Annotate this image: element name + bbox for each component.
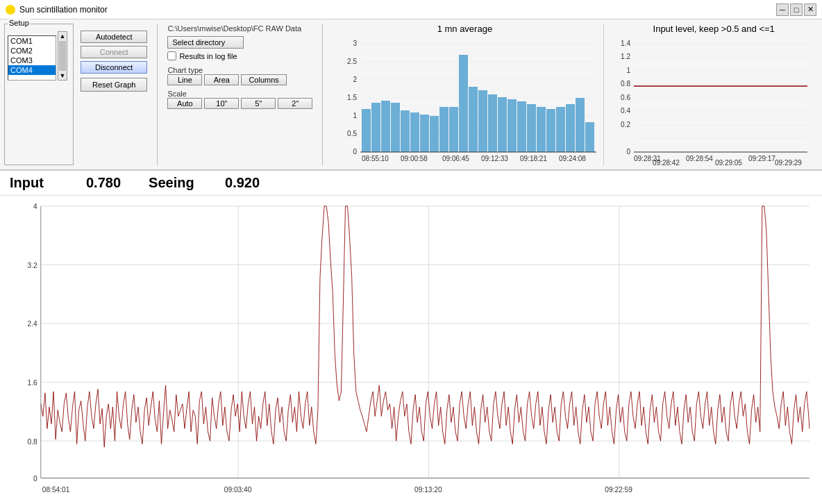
- svg-text:09:24:08: 09:24:08: [559, 155, 586, 162]
- scale-5-button[interactable]: 5": [241, 98, 276, 109]
- autodetect-button[interactable]: Autodetect: [81, 31, 147, 43]
- seeing-value: 0.920: [225, 175, 260, 191]
- svg-text:09:29:17: 09:29:17: [748, 155, 775, 162]
- chart-columns-button[interactable]: Columns: [241, 74, 286, 85]
- input-value: 0.780: [86, 175, 121, 191]
- svg-rect-36: [576, 98, 585, 152]
- svg-text:09:28:42: 09:28:42: [653, 159, 680, 165]
- svg-rect-16: [381, 101, 390, 152]
- connect-button[interactable]: Connect: [81, 46, 147, 58]
- scale-2-button[interactable]: 2": [278, 98, 312, 109]
- scale-10-button[interactable]: 10": [204, 98, 239, 109]
- svg-text:0: 0: [353, 148, 358, 156]
- svg-rect-24: [459, 55, 468, 152]
- svg-text:3.2: 3.2: [28, 260, 37, 269]
- chart-area-button[interactable]: Area: [204, 74, 239, 85]
- com2-item[interactable]: COM2: [8, 46, 56, 56]
- svg-rect-34: [556, 107, 565, 152]
- svg-text:09:18:21: 09:18:21: [520, 155, 547, 162]
- svg-rect-15: [371, 103, 380, 152]
- disconnect-button[interactable]: Disconnect: [81, 61, 147, 74]
- close-button[interactable]: ✕: [804, 3, 816, 16]
- svg-rect-23: [449, 107, 458, 152]
- svg-text:09:06:45: 09:06:45: [442, 155, 469, 162]
- svg-text:0.5: 0.5: [347, 130, 357, 137]
- com1-item[interactable]: COM1: [8, 36, 56, 46]
- com-buttons: Autodetect Connect Disconnect Reset Grap…: [81, 31, 147, 165]
- svg-text:09:12:33: 09:12:33: [481, 155, 508, 162]
- svg-text:09:13:20: 09:13:20: [414, 485, 442, 494]
- svg-text:09:03:40: 09:03:40: [224, 485, 252, 494]
- svg-rect-22: [439, 107, 448, 152]
- svg-rect-19: [410, 112, 419, 152]
- svg-text:08:55:10: 08:55:10: [362, 155, 389, 162]
- minimize-button[interactable]: ─: [776, 3, 789, 16]
- com-port-list[interactable]: COM1 COM2 COM3 COM4: [8, 35, 56, 81]
- list-scroll-up[interactable]: ▲: [58, 32, 67, 40]
- svg-rect-33: [546, 109, 555, 152]
- svg-text:09:28:54: 09:28:54: [686, 155, 713, 162]
- right-controls: C:\Users\mwise\Desktop\FC RAW Data Selec…: [167, 24, 312, 165]
- svg-text:09:00:58: 09:00:58: [401, 155, 428, 162]
- svg-rect-70: [6, 200, 816, 501]
- chart-type-buttons: Line Area Columns: [167, 74, 312, 85]
- setup-section: Setup COM1 COM2 COM3 COM4 ▲ ▼: [4, 24, 74, 165]
- svg-rect-14: [362, 109, 371, 152]
- svg-text:4: 4: [33, 202, 37, 211]
- svg-text:09:29:05: 09:29:05: [715, 159, 742, 165]
- svg-text:09:29:29: 09:29:29: [775, 159, 802, 165]
- svg-text:2.4: 2.4: [28, 319, 37, 328]
- svg-rect-26: [478, 90, 487, 152]
- main-chart-area: 4 3.2 2.4 1.6 0.8 0 08:54:01 09:03:40 09…: [0, 196, 822, 504]
- list-scroll-down[interactable]: ▼: [58, 72, 67, 80]
- log-file-checkbox[interactable]: [167, 51, 176, 60]
- main-chart-svg: 4 3.2 2.4 1.6 0.8 0 08:54:01 09:03:40 09…: [6, 200, 816, 501]
- com3-item[interactable]: COM3: [8, 56, 56, 65]
- window-controls: ─ □ ✕: [776, 3, 816, 16]
- chart-1mn-title: 1 mn average: [333, 24, 596, 34]
- title-bar: Sun scintillation monitor ─ □ ✕: [0, 0, 822, 19]
- window-title: Sun scintillation monitor: [19, 5, 108, 15]
- svg-text:0.4: 0.4: [621, 107, 630, 115]
- svg-rect-32: [537, 107, 546, 152]
- svg-rect-27: [488, 94, 497, 152]
- scale-auto-button[interactable]: Auto: [167, 98, 202, 109]
- svg-text:1.5: 1.5: [347, 94, 357, 101]
- chart-line-button[interactable]: Line: [167, 74, 202, 85]
- chart-input-title: Input level, keep >0.5 and <=1: [610, 24, 818, 34]
- svg-text:2: 2: [353, 76, 358, 83]
- chart-input-panel: Input level, keep >0.5 and <=1 1.4 1.2 1…: [603, 24, 818, 165]
- svg-text:2.5: 2.5: [347, 58, 357, 65]
- scale-buttons: Auto 10" 5" 2": [167, 98, 312, 109]
- svg-text:1: 1: [353, 112, 358, 119]
- main-window: Setup COM1 COM2 COM3 COM4 ▲ ▼ Autodetect…: [0, 19, 822, 504]
- svg-rect-30: [517, 101, 526, 152]
- input-label: Input: [10, 175, 65, 191]
- select-directory-button[interactable]: Select directory: [167, 36, 244, 49]
- chart-input-svg: 1.4 1.2 1 0.8 0.6 0.4 0.2 0 09:28:31 09:…: [610, 37, 814, 165]
- svg-text:3: 3: [353, 40, 358, 47]
- svg-rect-35: [566, 104, 575, 152]
- svg-text:1.2: 1.2: [621, 53, 630, 60]
- setup-label: Setup: [8, 19, 31, 27]
- control-panel: Setup COM1 COM2 COM3 COM4 ▲ ▼ Autodetect…: [0, 19, 822, 171]
- svg-rect-31: [527, 104, 536, 152]
- svg-text:1: 1: [627, 67, 631, 74]
- maximize-button[interactable]: □: [790, 3, 803, 16]
- svg-text:0: 0: [33, 474, 37, 483]
- seeing-label: Seeing: [149, 175, 204, 191]
- svg-text:0.2: 0.2: [621, 121, 630, 128]
- svg-text:0.6: 0.6: [621, 94, 630, 101]
- reset-graph-button[interactable]: Reset Graph: [81, 78, 147, 92]
- com4-item[interactable]: COM4: [8, 65, 56, 75]
- bottom-section: Input 0.780 Seeing 0.920: [0, 171, 822, 504]
- svg-rect-25: [469, 87, 478, 152]
- svg-rect-18: [401, 110, 410, 152]
- svg-text:1.6: 1.6: [28, 378, 37, 387]
- svg-rect-21: [430, 116, 439, 152]
- svg-text:0: 0: [627, 148, 631, 156]
- svg-text:0.8: 0.8: [621, 80, 630, 87]
- chart-1mn-panel: 1 mn average 3 2.5 2 1.5 1 0.5 0: [333, 24, 596, 165]
- svg-text:1.4: 1.4: [621, 40, 630, 47]
- svg-rect-29: [508, 99, 517, 152]
